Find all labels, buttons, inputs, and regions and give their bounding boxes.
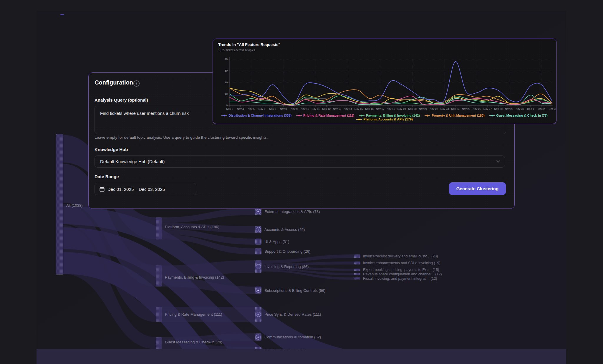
expand-icon[interactable]: + [255,307,261,322]
bottom-band [37,349,566,364]
svg-text:Nov 23: Nov 23 [440,107,449,110]
analysis-query-helper: Leave empty for default topic analysis. … [95,135,268,140]
sankey-category-node[interactable] [156,337,162,349]
sankey-subtopic-label: Support & Onboarding (26) [264,249,310,254]
sankey-subtopic-label: Price Sync & Derived Rates (111) [264,312,321,317]
sankey-leaf-label: Invoice enhancements and SDI e-invoicing… [363,261,440,265]
svg-text:Nov 7: Nov 7 [269,107,276,110]
sankey-root-node[interactable] [56,134,63,274]
svg-text:Nov 11: Nov 11 [312,107,320,110]
sankey-subtopic-label: UI & Apps (31) [264,239,289,244]
chart-legend: Distribution & Channel Integrations (338… [213,114,556,121]
knowledge-hub-label: Knowledge Hub [95,147,128,152]
svg-text:Nov 8: Nov 8 [280,107,287,110]
legend-marker-icon [359,114,365,117]
svg-text:Dec 2: Dec 2 [538,107,545,110]
sankey-root-label: All (1038) [66,203,83,208]
legend-item[interactable]: Pricing & Rate Management (111) [296,114,354,117]
svg-text:Nov 5: Nov 5 [248,107,255,110]
svg-text:Nov 24: Nov 24 [451,107,460,110]
node-icon[interactable] [255,248,261,254]
svg-text:Nov 19: Nov 19 [397,107,406,110]
sankey-category-node[interactable] [156,307,162,322]
sankey-subtopic-label: Invoicing & Reporting (86) [264,264,309,269]
sankey-category-node[interactable] [156,217,162,239]
knowledge-hub-select[interactable]: Default Knowledge Hub (Default) [95,155,505,168]
svg-text:Nov 10: Nov 10 [301,107,309,110]
legend-item[interactable]: Payments, Billing & Invoicing (142) [359,114,420,117]
svg-text:Nov 12: Nov 12 [322,107,331,110]
legend-marker-icon [296,114,302,117]
svg-text:0: 0 [226,104,228,107]
svg-text:Nov 4: Nov 4 [237,107,244,110]
svg-text:Nov 30: Nov 30 [516,107,524,110]
leaf-node-icon[interactable] [354,277,360,279]
date-range-label: Date Range [95,174,119,179]
leaf-node-icon[interactable] [354,269,360,271]
expand-icon[interactable]: + [255,226,261,233]
svg-text:Nov 15: Nov 15 [354,107,363,110]
svg-text:Nov 6: Nov 6 [259,107,266,110]
svg-text:Dec 1: Dec 1 [527,107,534,110]
legend-label: Property & Unit Management (180) [432,114,485,117]
leaf-node-icon[interactable] [354,262,360,264]
expand-icon[interactable]: + [255,208,261,215]
trend-line-chart: 010203040Nov 3Nov 4Nov 5Nov 6Nov 7Nov 8N… [213,39,557,124]
legend-label: Platform, Accounts & APIs (179) [363,118,413,121]
sankey-subtopic-label: External Integrations & APIs (78) [264,209,320,214]
svg-text:Nov 20: Nov 20 [408,107,417,110]
svg-text:Nov 18: Nov 18 [387,107,395,110]
svg-text:Nov 3: Nov 3 [226,107,233,110]
sankey-category-label: Pricing & Rate Management (111) [165,312,222,317]
svg-text:Nov 28: Nov 28 [494,107,503,110]
svg-text:Nov 26: Nov 26 [473,107,481,110]
app-screen: All (1038)Platform, Accounts & APIs (180… [0,0,603,364]
legend-item[interactable]: Property & Unit Management (180) [425,114,485,117]
svg-text:Nov 22: Nov 22 [430,107,438,110]
svg-text:Nov 16: Nov 16 [365,107,374,110]
svg-text:30: 30 [225,69,228,72]
calendar-icon [100,187,105,192]
sankey-leaf-label: Fiscal, invoicing, and payment integrati… [363,277,437,281]
svg-text:Nov 17: Nov 17 [376,107,385,110]
legend-label: Payments, Billing & Invoicing (142) [366,114,420,117]
legend-item[interactable]: Distribution & Channel Integrations (338… [221,114,291,117]
info-icon[interactable]: i [133,80,140,87]
generate-clustering-button[interactable]: Generate Clustering [449,182,506,195]
sankey-leaf-label: Revenue share configuration and channel.… [363,272,442,276]
svg-text:Nov 14: Nov 14 [344,107,352,110]
leaf-node-icon[interactable] [354,254,360,258]
legend-label: Distribution & Channel Integrations (338… [228,114,291,117]
knowledge-hub-selected-value: Default Knowledge Hub (Default) [100,159,165,164]
configuration-title: Configuration [95,79,133,86]
svg-text:Nov 27: Nov 27 [483,107,492,110]
svg-text:Nov 29: Nov 29 [505,107,513,110]
sankey-leaf-label: Export bookings, pricing, payouts to Exc… [363,268,439,272]
svg-text:40: 40 [225,58,228,61]
mini-progress-dash [60,14,64,15]
sankey-subtopic-label: Subscriptions & Billing Controls (56) [264,288,325,293]
svg-text:Dec 3: Dec 3 [549,107,556,110]
legend-item[interactable]: Platform, Accounts & APIs (179) [356,118,413,121]
trends-chart-panel: Trends in "All Feature Requests" 1,027 t… [213,39,556,124]
date-range-button[interactable]: Dec 01, 2025 – Dec 03, 2025 [95,183,196,195]
leaf-node-icon[interactable] [354,273,360,275]
legend-marker-icon [425,114,430,117]
expand-icon[interactable]: + [255,287,261,294]
sankey-subtopic-label: Accounts & Access (45) [264,227,305,232]
svg-text:Nov 25: Nov 25 [462,107,471,110]
node-icon[interactable] [255,239,261,245]
legend-marker-icon [221,114,227,117]
svg-text:10: 10 [225,92,228,95]
legend-marker-icon [489,114,495,117]
date-range-value: Dec 01, 2025 – Dec 03, 2025 [107,187,165,192]
sankey-category-label: Payments, Billing & Invoicing (142) [165,275,224,279]
legend-marker-icon [356,118,362,121]
sankey-category-node[interactable] [156,265,162,287]
expand-icon[interactable]: + [255,333,261,341]
legend-item[interactable]: Guest Messaging & Check-in (77) [489,114,548,117]
sankey-leaf-label: Invoice/receipt delivery and email custo… [363,254,438,258]
svg-text:Nov 13: Nov 13 [333,107,342,110]
chevron-down-icon [496,161,500,163]
collapse-icon[interactable]: − [255,260,261,273]
